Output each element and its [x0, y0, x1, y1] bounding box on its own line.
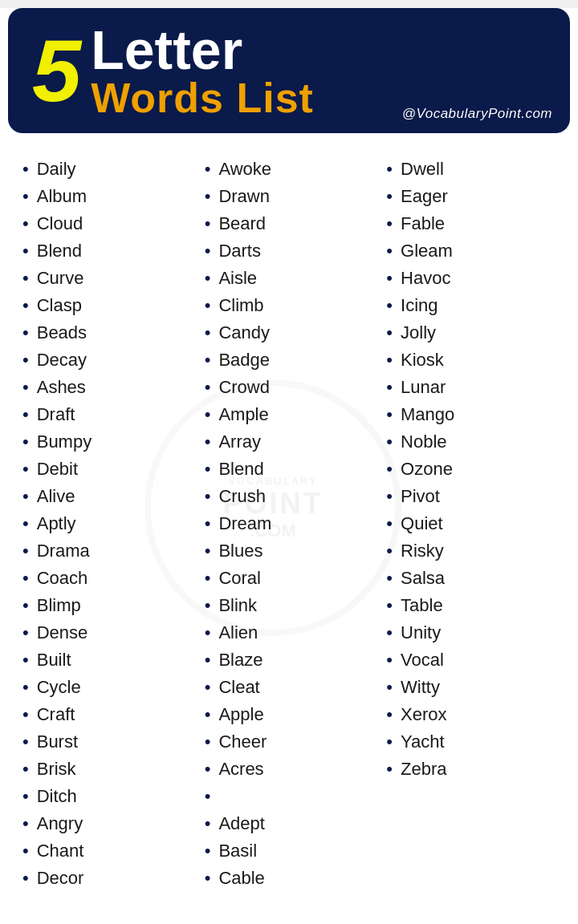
word-list-1: Daily Album Cloud Blend Curve Clasp Bead… [22, 156, 192, 892]
list-item: Crowd [205, 374, 374, 401]
list-item: Clasp [22, 292, 192, 319]
list-item: Album [22, 183, 192, 210]
header-url: @VocabularyPoint.com [402, 106, 552, 122]
list-item: Quiet [386, 510, 556, 537]
list-item: Zebra [386, 756, 556, 783]
list-item: Beads [22, 319, 192, 346]
list-item: Aptly [22, 510, 192, 537]
list-item: Draft [22, 401, 192, 428]
header-words-list: Words List [91, 77, 314, 119]
list-item: Awoke [205, 156, 374, 183]
list-item: Unity [386, 619, 556, 646]
list-item: Angry [22, 810, 192, 837]
list-item: Yacht [386, 728, 556, 756]
list-item: Blaze [205, 646, 374, 674]
list-item: Xerox [386, 701, 556, 728]
list-item: Icing [386, 292, 556, 319]
header-letter: Letter [91, 22, 242, 77]
list-item: Coral [205, 565, 374, 592]
list-item: Array [205, 428, 374, 456]
list-item: Dream [205, 510, 374, 537]
list-item: Aisle [205, 265, 374, 292]
list-item: Adept [205, 810, 374, 837]
list-item: Noble [386, 428, 556, 456]
list-item: Decor [22, 865, 192, 892]
list-item: Jolly [386, 319, 556, 346]
header-title-group: Letter Words List [91, 22, 314, 119]
list-item: Blend [205, 456, 374, 483]
list-item: Craft [22, 701, 192, 728]
header-five: 5 [32, 26, 81, 115]
list-item: Chant [22, 837, 192, 865]
list-item: Blues [205, 537, 374, 565]
list-item: Basil [205, 837, 374, 865]
list-item: Blend [22, 237, 192, 265]
list-item: Drama [22, 537, 192, 565]
list-item: Badge [205, 346, 374, 374]
columns-wrapper: Daily Album Cloud Blend Curve Clasp Bead… [16, 156, 562, 892]
list-item: Ozone [386, 456, 556, 483]
list-item: Bumpy [22, 428, 192, 456]
list-item: Darts [205, 237, 374, 265]
list-item: Curve [22, 265, 192, 292]
column-1: Daily Album Cloud Blend Curve Clasp Bead… [16, 156, 198, 892]
list-item: Ashes [22, 374, 192, 401]
list-item: Cable [205, 865, 374, 892]
column-2: Awoke Drawn Beard Darts Aisle Climb Cand… [198, 156, 381, 892]
list-item: Ditch [22, 783, 192, 810]
list-item: Lunar [386, 374, 556, 401]
list-item: Cycle [22, 674, 192, 701]
column-3: Dwell Eager Fable Gleam Havoc Icing Joll… [380, 156, 562, 892]
list-item: Burst [22, 728, 192, 756]
list-item: Apple [205, 701, 374, 728]
list-item: Salsa [386, 565, 556, 592]
list-item: Witty [386, 674, 556, 701]
list-item: Alive [22, 483, 192, 510]
list-item: Built [22, 646, 192, 674]
list-item: Fable [386, 210, 556, 237]
list-item: Coach [22, 565, 192, 592]
list-item: Beard [205, 210, 374, 237]
list-item: Pivot [386, 483, 556, 510]
list-item: Cheer [205, 728, 374, 756]
list-item: Candy [205, 319, 374, 346]
list-item: Table [386, 592, 556, 619]
list-item: Cloud [22, 210, 192, 237]
list-item: Cleat [205, 674, 374, 701]
list-item: Debit [22, 456, 192, 483]
word-list-2: Awoke Drawn Beard Darts Aisle Climb Cand… [205, 156, 374, 892]
list-item: Dense [22, 619, 192, 646]
list-item: Risky [386, 537, 556, 565]
list-item: Blimp [22, 592, 192, 619]
list-item: Crush [205, 483, 374, 510]
list-item: Eager [386, 183, 556, 210]
page-wrapper: 5 Letter Words List @VocabularyPoint.com… [0, 8, 578, 924]
list-item: Havoc [386, 265, 556, 292]
list-item: Kiosk [386, 346, 556, 374]
header-banner: 5 Letter Words List @VocabularyPoint.com [8, 8, 570, 133]
list-item: Ample [205, 401, 374, 428]
list-item: Acres [205, 756, 374, 783]
list-item: Blink [205, 592, 374, 619]
list-item: Brisk [22, 756, 192, 783]
list-item: Vocal [386, 646, 556, 674]
list-item: Mango [386, 401, 556, 428]
list-item: Gleam [386, 237, 556, 265]
list-item: Daily [22, 156, 192, 183]
list-item: Drawn [205, 183, 374, 210]
list-item: Decay [22, 346, 192, 374]
list-item: Dwell [386, 156, 556, 183]
list-item [205, 783, 374, 810]
word-list-3: Dwell Eager Fable Gleam Havoc Icing Joll… [386, 156, 556, 783]
list-item: Climb [205, 292, 374, 319]
list-item: Alien [205, 619, 374, 646]
content-area: VOCABULARY POINT .COM Daily Album Cloud … [0, 141, 578, 900]
